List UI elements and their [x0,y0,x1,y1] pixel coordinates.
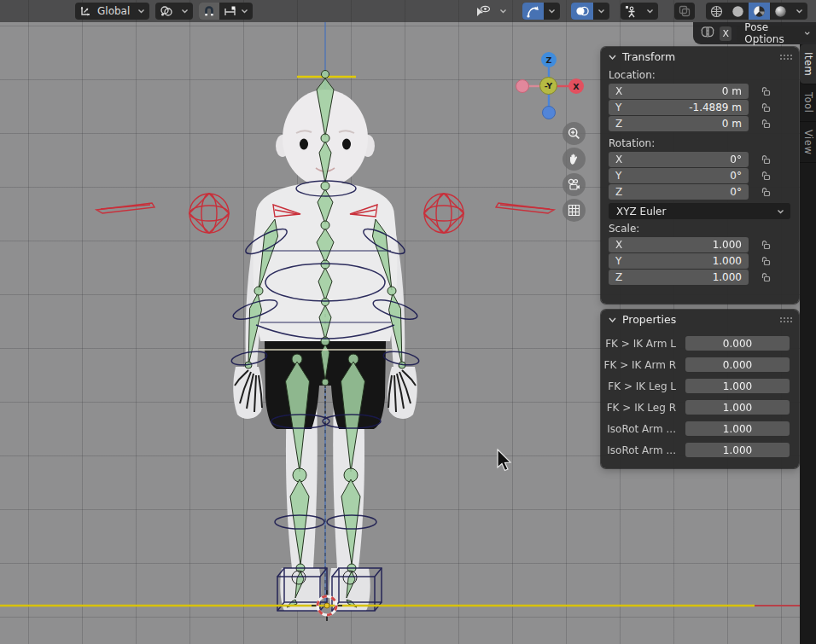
lock-icon[interactable] [761,154,771,165]
tab-tool[interactable]: Tool [800,84,816,121]
pose-options-dropdown[interactable]: Pose Options [737,26,816,42]
panel-grip-handle[interactable] [779,54,792,60]
gizmo-x-label: X [573,82,579,91]
property-value: 1.000 [723,423,752,435]
property-row: FK > IK Arm R 0.000 [601,357,799,372]
transform-panel: Transform Location: X0 m Y-1.4889 m Z0 m… [601,47,799,304]
scale-z-row: Z1.000 [609,270,799,285]
armature-display-group [621,3,658,20]
property-value: 0.000 [723,338,752,350]
armature-display-dropdown[interactable] [642,3,658,20]
property-row: FK > IK Leg R 1.000 [601,400,799,415]
property-row: FK > IK Leg L 1.000 [601,379,799,393]
shading-wireframe-button[interactable] [706,3,727,20]
axis-label: Y [615,170,621,182]
lock-icon[interactable] [761,86,771,96]
location-label: Location: [609,69,799,81]
transform-panel-header[interactable]: Transform [601,47,799,67]
snap-settings-dropdown[interactable] [219,3,253,20]
lock-icon[interactable] [761,171,771,181]
isorot-arm-1-slider[interactable]: 1.000 [685,421,790,436]
scale-y-row: Y1.000 [609,253,799,269]
shading-rendered-button[interactable] [770,3,791,20]
scale-x-field[interactable]: X1.000 [609,237,749,252]
3d-cursor[interactable] [312,590,342,621]
pose-options-label: Pose Options [744,21,800,45]
gizmo-neg-x-ball[interactable] [516,79,529,93]
property-label: IsoRot Arm ... [601,444,676,456]
scale-label: Scale: [609,223,799,235]
toggle-xray[interactable] [674,3,695,20]
fk-ik-leg-l-slider[interactable]: 1.000 [685,379,790,393]
pan-hand-button[interactable] [562,148,586,171]
axis-label: Y [615,102,621,113]
orientation-icon [75,3,96,20]
gizmo-x-axis-ball[interactable]: X [568,78,584,94]
rotation-z-field[interactable]: Z0° [609,184,749,200]
shading-dropdown[interactable] [791,3,807,20]
lock-icon[interactable] [761,272,771,282]
axis-value: 0° [730,170,742,182]
properties-panel-header[interactable]: Properties [601,310,799,329]
snap-magnet-toggle[interactable] [199,3,219,20]
lock-icon[interactable] [761,256,771,266]
axis-label: Z [615,118,622,130]
rotation-x-row: X0° [609,152,799,167]
transform-panel-title: Transform [622,50,675,63]
lock-icon[interactable] [761,119,771,129]
lock-icon[interactable] [761,240,771,250]
tab-item[interactable]: Item [800,44,816,84]
overlays-dropdown[interactable] [593,3,609,20]
gizmo-neg-z-ball[interactable] [542,106,556,119]
collapse-caret-icon [609,55,616,60]
chevron-down-icon [804,31,811,36]
gizmo-front-ball[interactable]: -Y [539,77,557,95]
mirror-x-toggle[interactable]: X [720,26,731,41]
isorot-arm-2-slider[interactable]: 1.000 [685,443,790,457]
axis-value: 0 m [722,85,742,97]
gizmos-dropdown[interactable] [544,3,560,20]
location-y-field[interactable]: Y-1.4889 m [609,100,749,115]
transform-orientation-dropdown[interactable]: Global [75,3,149,20]
armature-bones[interactable] [245,71,405,608]
axis-label: Y [615,255,621,267]
location-z-row: Z0 m [609,116,799,131]
mouse-cursor [496,449,513,473]
zoom-button[interactable] [562,122,586,145]
gizmo-z-axis-ball[interactable]: Z [541,52,557,67]
show-overlays-toggle[interactable] [571,3,593,20]
rotation-x-field[interactable]: X0° [609,152,749,167]
axis-value: 0° [730,186,742,198]
scale-y-field[interactable]: Y1.000 [609,253,749,269]
location-z-field[interactable]: Z0 m [609,116,749,131]
mirror-symmetry-icon [700,26,715,41]
ik-control-widgets[interactable] [96,194,554,233]
axis-label: X [615,239,622,251]
orthographic-grid-button[interactable] [562,199,586,222]
camera-view-button[interactable] [562,173,586,196]
armature-figure-icon[interactable] [621,3,642,20]
fk-ik-arm-r-slider[interactable]: 0.000 [685,357,790,372]
tab-view[interactable]: View [800,122,816,163]
fk-ik-arm-l-slider[interactable]: 0.000 [685,336,790,351]
lock-icon[interactable] [761,187,771,197]
property-label: FK > IK Leg L [601,380,676,392]
lock-icon[interactable] [761,102,771,113]
axis-value: 1.000 [713,271,742,283]
view-navigation-gizmo[interactable]: Z X -Y [516,53,584,121]
scale-z-field[interactable]: Z1.000 [609,270,749,285]
bone-shape-rings[interactable] [230,181,420,611]
fk-ik-leg-r-slider[interactable]: 1.000 [685,400,790,415]
shading-material-button[interactable] [749,3,770,20]
show-gizmos-toggle[interactable] [522,3,544,20]
rotation-y-field[interactable]: Y0° [609,168,749,183]
shading-solid-button[interactable] [727,3,749,20]
show-gizmos-group [522,3,560,20]
object-visibility-dropdown[interactable] [471,3,511,20]
rotation-mode-value: XYZ Euler [616,206,666,218]
location-x-field[interactable]: X0 m [609,84,749,99]
pivot-point-dropdown[interactable] [155,3,193,20]
panel-grip-handle[interactable] [779,316,792,322]
rotation-mode-dropdown[interactable]: XYZ Euler [609,203,790,219]
character-mesh[interactable] [233,90,417,611]
